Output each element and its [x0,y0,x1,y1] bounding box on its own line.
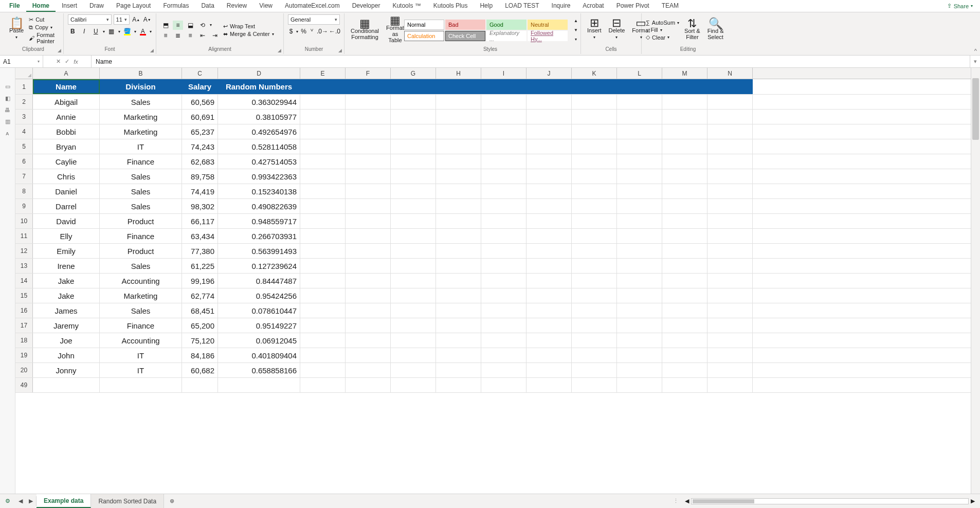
cell[interactable] [572,139,617,154]
scrollbar-track[interactable] [691,498,969,504]
wrap-text-button[interactable]: ↩ Wrap Text [223,23,274,30]
cell[interactable]: 0.401809404 [218,348,300,362]
cell[interactable] [617,318,662,333]
dialog-launcher-icon[interactable]: ◢ [149,47,155,53]
cell[interactable] [662,199,707,213]
column-header-B[interactable]: B [100,68,182,79]
cell[interactable] [617,169,662,184]
row-header[interactable]: 11 [15,229,33,243]
cell[interactable] [436,259,481,273]
cell[interactable] [33,378,100,392]
cell[interactable] [707,333,753,348]
cell[interactable] [707,348,753,362]
cell[interactable] [436,124,481,139]
cell[interactable]: Name [33,79,100,94]
cell[interactable] [346,95,391,109]
cell[interactable] [707,154,753,169]
cell[interactable]: 0.490822639 [218,199,300,213]
collapse-ribbon-icon[interactable]: ^ [974,48,977,54]
gutter-icon[interactable]: ▭ [5,83,10,90]
cell[interactable] [391,79,436,94]
cell[interactable]: Sales [100,303,182,318]
tab-review[interactable]: Review [221,0,253,12]
scrollbar-thumb[interactable] [693,499,754,503]
cell[interactable] [391,288,436,303]
cell[interactable] [707,110,753,124]
cell[interactable] [662,95,707,109]
cell[interactable] [436,199,481,213]
number-format-selector[interactable]: General▾ [288,14,340,25]
cell[interactable] [481,244,527,258]
tab-kutools-[interactable]: Kutools ™ [386,0,427,12]
cell[interactable] [617,184,662,198]
cell[interactable]: Sales [100,199,182,213]
scrollbar-thumb[interactable] [972,78,979,140]
cell[interactable] [617,95,662,109]
cell[interactable] [300,259,346,273]
cell[interactable] [436,378,481,392]
cell[interactable]: Irene [33,259,100,273]
cell[interactable] [527,199,572,213]
cell[interactable] [391,229,436,243]
cell[interactable] [707,169,753,184]
cell[interactable]: 0.658858166 [218,363,300,377]
cell[interactable] [527,214,572,228]
cell[interactable] [527,288,572,303]
accounting-format-icon[interactable]: $ [288,27,294,36]
cell[interactable] [662,259,707,273]
name-box[interactable]: A1▾ [0,56,43,67]
cell[interactable] [436,244,481,258]
column-header-H[interactable]: H [436,68,481,79]
cell[interactable] [346,139,391,154]
cell[interactable]: 84,186 [182,348,218,362]
cell[interactable] [662,184,707,198]
column-headers[interactable]: ◢ABCDEFGHIJKLMN [15,68,971,79]
cell[interactable] [707,318,753,333]
tab-page-layout[interactable]: Page Layout [110,0,157,12]
cell[interactable]: Product [100,214,182,228]
row-header[interactable]: 2 [15,95,33,109]
cell[interactable]: Chris [33,169,100,184]
cell[interactable] [346,333,391,348]
cell[interactable] [527,124,572,139]
cell[interactable] [617,229,662,243]
font-name-selector[interactable]: Calibri▾ [68,14,112,25]
align-bottom-icon[interactable]: ⬓ [185,21,195,30]
cell[interactable] [662,154,707,169]
cell[interactable] [300,244,346,258]
styles-more-icon[interactable]: ▾ [571,35,581,44]
font-color-button[interactable]: A [138,27,148,36]
tab-kutools-plus[interactable]: Kutools Plus [427,0,474,12]
row-header[interactable]: 3 [15,110,33,124]
align-middle-icon[interactable]: ≡ [173,21,183,30]
cell[interactable] [391,378,436,392]
cell[interactable]: 0.38105977 [218,110,300,124]
cell[interactable] [481,318,527,333]
cell[interactable] [391,333,436,348]
row-header[interactable]: 16 [15,303,33,318]
column-header-A[interactable]: A [33,68,100,79]
column-header-N[interactable]: N [707,68,753,79]
cell[interactable] [346,378,391,392]
cell[interactable] [391,259,436,273]
cell[interactable] [300,184,346,198]
cell[interactable] [572,169,617,184]
row-header[interactable]: 6 [15,154,33,169]
cell[interactable] [572,244,617,258]
cell[interactable]: 61,225 [182,259,218,273]
cell[interactable]: 0.127239624 [218,259,300,273]
cell[interactable]: 0.528114058 [218,139,300,154]
column-header-L[interactable]: L [617,68,662,79]
cell[interactable]: Joe [33,333,100,348]
cell[interactable] [617,348,662,362]
cell-style-followed-hy-[interactable]: Followed Hy... [528,31,568,41]
cell[interactable] [662,288,707,303]
row-header[interactable]: 49 [15,378,33,392]
row-header[interactable]: 7 [15,169,33,184]
row-header[interactable]: 19 [15,348,33,362]
cell[interactable] [346,363,391,377]
cell[interactable]: 68,451 [182,303,218,318]
cell[interactable]: 0.266703931 [218,229,300,243]
cell[interactable] [572,378,617,392]
cell[interactable] [707,184,753,198]
